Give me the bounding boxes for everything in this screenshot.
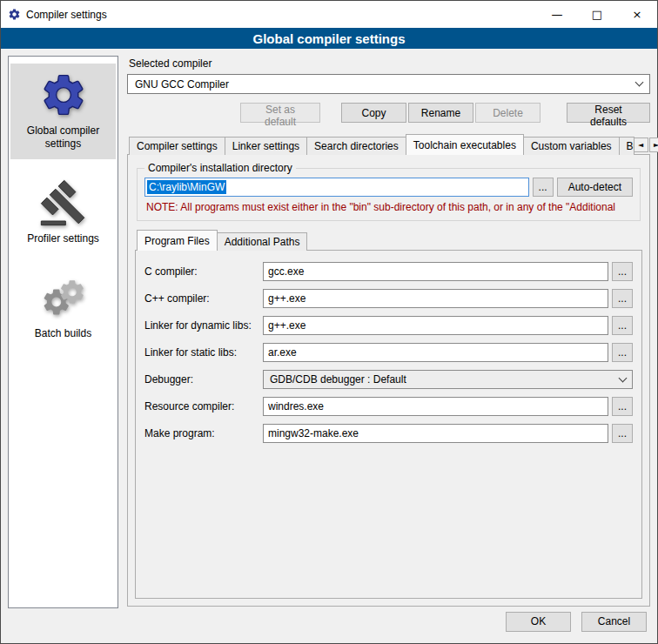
debugger-select[interactable]: GDB/CDB debugger : Default (263, 370, 633, 389)
installation-directory-input[interactable]: C:\raylib\MinGW (144, 178, 529, 197)
minimize-button[interactable]: — (537, 1, 577, 28)
chevron-down-icon (619, 373, 628, 382)
c-compiler-browse-button[interactable]: ... (612, 262, 633, 281)
window-title: Compiler settings (26, 9, 107, 21)
linker-static-label: Linker for static libs: (144, 346, 263, 359)
sidebar-item-global-compiler-settings[interactable]: Global compiler settings (10, 64, 116, 159)
linker-dynamic-label: Linker for dynamic libs: (144, 319, 263, 332)
sidebar-item-label: Batch builds (35, 327, 91, 340)
main-panel: Selected compiler GNU GCC Compiler Set a… (127, 56, 650, 608)
linker-static-input[interactable] (263, 343, 608, 362)
copy-button[interactable]: Copy (341, 103, 406, 123)
linker-static-browse-button[interactable]: ... (612, 343, 633, 362)
sidebar-item-label: Profiler settings (27, 232, 99, 245)
tab-custom-variables[interactable]: Custom variables (523, 137, 620, 155)
rename-button[interactable]: Rename (408, 103, 473, 123)
tab-build-options-truncated[interactable]: Buil (619, 137, 634, 155)
delete-button: Delete (475, 103, 540, 123)
app-icon (8, 8, 21, 21)
form-row-c-compiler: C compiler: ... (144, 262, 633, 281)
installation-directory-browse-button[interactable]: ... (533, 178, 554, 197)
tab-scroll-controls: ◄ ► (634, 138, 658, 152)
resource-compiler-input[interactable] (263, 397, 608, 416)
selected-compiler-value: GNU GCC Compiler (135, 78, 229, 91)
form-row-cpp-compiler: C++ compiler: ... (144, 289, 633, 308)
compiler-settings-window: Compiler settings — □ × Global compiler … (0, 0, 658, 644)
installation-directory-row: C:\raylib\MinGW ... Auto-detect (144, 178, 633, 197)
tab-scroll-right-button[interactable]: ► (649, 138, 658, 152)
program-files-panel: C compiler: ... C++ compiler: ... Linker… (135, 250, 642, 599)
tab-toolchain-executables[interactable]: Toolchain executables (406, 134, 524, 155)
tab-program-files[interactable]: Program Files (137, 230, 218, 251)
sidebar-item-label: Global compiler settings (12, 124, 114, 151)
sidebar-item-profiler-settings[interactable]: Profiler settings (10, 171, 116, 254)
cpp-compiler-label: C++ compiler: (144, 292, 263, 305)
cpp-compiler-input[interactable] (263, 289, 608, 308)
installation-directory-group-label: Compiler's installation directory (144, 162, 296, 174)
form-row-linker-dynamic: Linker for dynamic libs: ... (144, 316, 633, 335)
batch-gears-icon (39, 273, 88, 322)
resource-compiler-browse-button[interactable]: ... (612, 397, 633, 416)
reset-defaults-button[interactable]: Reset defaults (567, 103, 650, 123)
debugger-value: GDB/CDB debugger : Default (270, 373, 406, 386)
compiler-button-row: Set as default Copy Rename Delete Reset … (127, 103, 650, 123)
linker-dynamic-browse-button[interactable]: ... (612, 316, 633, 335)
tab-linker-settings[interactable]: Linker settings (225, 137, 307, 155)
tab-scroll-left-button[interactable]: ◄ (634, 138, 648, 152)
set-as-default-button: Set as default (240, 103, 320, 123)
cancel-button[interactable]: Cancel (581, 612, 647, 632)
ok-button[interactable]: OK (506, 612, 571, 632)
installation-directory-note: NOTE: All programs must exist either in … (146, 201, 631, 213)
selected-compiler-label: Selected compiler (129, 57, 650, 70)
sidebar-item-batch-builds[interactable]: Batch builds (10, 266, 116, 349)
linker-dynamic-input[interactable] (263, 316, 608, 335)
tab-search-directories[interactable]: Search directories (306, 137, 406, 155)
gear-icon (39, 70, 88, 119)
window-controls: — □ × (537, 1, 657, 28)
cpp-compiler-browse-button[interactable]: ... (612, 289, 633, 308)
main-tab-bar: Compiler settings Linker settings Search… (127, 134, 650, 155)
form-row-linker-static: Linker for static libs: ... (144, 343, 633, 362)
program-files-tab-bar: Program Files Additional Paths (135, 230, 642, 251)
toolchain-executables-panel: Compiler's installation directory C:\ray… (127, 154, 650, 607)
chevron-down-icon (635, 78, 644, 87)
close-button[interactable]: × (617, 1, 657, 28)
c-compiler-label: C compiler: (144, 265, 263, 278)
form-row-resource-compiler: Resource compiler: ... (144, 397, 633, 416)
tab-additional-paths[interactable]: Additional Paths (217, 232, 308, 251)
profiler-hammer-icon (39, 178, 88, 227)
debugger-label: Debugger: (144, 373, 263, 386)
resource-compiler-label: Resource compiler: (144, 400, 263, 413)
tab-compiler-settings[interactable]: Compiler settings (129, 137, 225, 155)
settings-sidebar: Global compiler settings Profiler settin… (8, 56, 118, 608)
make-program-browse-button[interactable]: ... (612, 424, 633, 443)
installation-directory-value: C:\raylib\MinGW (147, 180, 226, 194)
page-title: Global compiler settings (1, 28, 657, 49)
maximize-button[interactable]: □ (577, 1, 617, 28)
c-compiler-input[interactable] (263, 262, 608, 281)
form-row-make-program: Make program: ... (144, 424, 633, 443)
form-row-debugger: Debugger: GDB/CDB debugger : Default (144, 370, 633, 389)
auto-detect-button[interactable]: Auto-detect (557, 178, 633, 197)
make-program-label: Make program: (144, 427, 263, 439)
title-bar: Compiler settings — □ × (1, 1, 657, 28)
dialog-body: Global compiler settings Profiler settin… (1, 49, 657, 608)
dialog-footer: OK Cancel (1, 608, 657, 643)
make-program-input[interactable] (263, 424, 608, 443)
selected-compiler-select[interactable]: GNU GCC Compiler (127, 74, 650, 94)
installation-directory-group: Compiler's installation directory C:\ray… (137, 162, 641, 221)
